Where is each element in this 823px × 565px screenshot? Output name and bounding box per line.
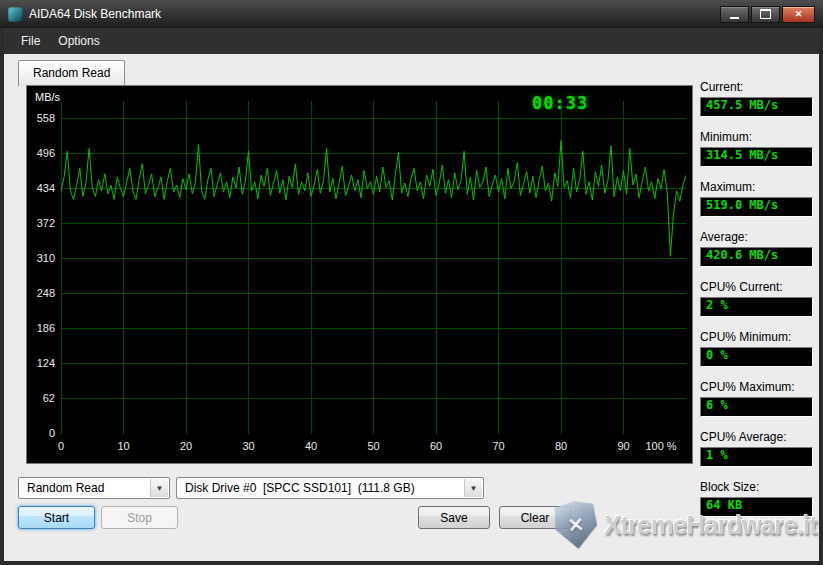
y-tick-label: 372	[27, 217, 55, 229]
x-tick-label: 0	[39, 440, 83, 452]
x-tick-label: 70	[477, 440, 521, 452]
start-button[interactable]: Start	[18, 506, 95, 529]
stat-cpu-maximum-label: CPU% Maximum:	[700, 380, 813, 394]
test-type-select[interactable]: Random Read ▼	[18, 477, 170, 499]
stat-cpu-current: CPU% Current:2 %	[700, 280, 813, 317]
stat-minimum-label: Minimum:	[700, 130, 813, 144]
chevron-down-icon: ▼	[150, 479, 168, 497]
close-button[interactable]: ✕	[782, 6, 815, 23]
y-tick-label: 434	[27, 182, 55, 194]
minimize-button[interactable]	[720, 6, 749, 23]
chevron-down-icon: ▼	[464, 479, 482, 497]
close-icon: ✕	[795, 10, 803, 19]
stat-cpu-average-label: CPU% Average:	[700, 430, 813, 444]
y-tick-label: 558	[27, 112, 55, 124]
stat-block-size-label: Block Size:	[700, 480, 813, 494]
minimize-icon	[730, 17, 739, 19]
x-tick-label: 80	[539, 440, 583, 452]
aida64-app-icon	[8, 7, 23, 22]
x-tick-label: 20	[164, 440, 208, 452]
stat-current-value: 457.5 MB/s	[700, 97, 813, 117]
drive-select[interactable]: Disk Drive #0 [SPCC SSD101] (111.8 GB) ▼	[176, 477, 484, 499]
app-window: AIDA64 Disk Benchmark ✕ File Options Ran…	[0, 0, 823, 565]
maximize-icon	[760, 9, 771, 19]
y-tick-label: 248	[27, 287, 55, 299]
x-tick-label: 40	[289, 440, 333, 452]
stat-minimum-value: 314.5 MB/s	[700, 147, 813, 167]
stat-block-size-value: 64 KB	[700, 497, 813, 517]
stat-cpu-minimum-label: CPU% Minimum:	[700, 330, 813, 344]
x-tick-label: 100 %	[639, 440, 683, 452]
x-tick-label: 50	[352, 440, 396, 452]
stat-cpu-minimum-value: 0 %	[700, 347, 813, 367]
stat-maximum: Maximum:519.0 MB/s	[700, 180, 813, 217]
tab-random-read[interactable]: Random Read	[18, 60, 125, 86]
benchmark-line-plot	[61, 101, 686, 434]
stat-average-value: 420.6 MB/s	[700, 247, 813, 267]
stat-cpu-current-value: 2 %	[700, 297, 813, 317]
client-area: Random Read MB/s 00:33 55849643437231024…	[4, 54, 819, 561]
y-tick-label: 496	[27, 147, 55, 159]
stat-cpu-current-label: CPU% Current:	[700, 280, 813, 294]
maximize-button[interactable]	[751, 6, 780, 23]
x-tick-label: 10	[102, 440, 146, 452]
y-tick-label: 310	[27, 252, 55, 264]
stat-maximum-value: 519.0 MB/s	[700, 197, 813, 217]
stat-current-label: Current:	[700, 80, 813, 94]
menu-options[interactable]: Options	[49, 31, 108, 51]
stat-cpu-average: CPU% Average:1 %	[700, 430, 813, 467]
titlebar[interactable]: AIDA64 Disk Benchmark ✕	[0, 0, 823, 28]
y-tick-label: 0	[27, 427, 55, 439]
stat-average-label: Average:	[700, 230, 813, 244]
stat-maximum-label: Maximum:	[700, 180, 813, 194]
y-axis-unit-label: MB/s	[35, 91, 60, 103]
stat-cpu-maximum-value: 6 %	[700, 397, 813, 417]
stat-minimum: Minimum:314.5 MB/s	[700, 130, 813, 167]
clear-button[interactable]: Clear	[499, 506, 571, 529]
stat-block-size: Block Size:64 KB	[700, 480, 813, 517]
stop-button[interactable]: Stop	[101, 506, 178, 529]
benchmark-chart: MB/s 00:33 558496434372310248186124620 0…	[26, 85, 693, 464]
stat-cpu-average-value: 1 %	[700, 447, 813, 467]
window-controls: ✕	[720, 6, 815, 23]
menu-file[interactable]: File	[12, 31, 49, 51]
test-type-selected-value: Random Read	[27, 478, 149, 498]
drive-selected-value: Disk Drive #0 [SPCC SSD101] (111.8 GB)	[185, 478, 463, 498]
y-tick-label: 62	[27, 392, 55, 404]
window-title: AIDA64 Disk Benchmark	[29, 7, 720, 21]
stat-cpu-maximum: CPU% Maximum:6 %	[700, 380, 813, 417]
y-tick-label: 186	[27, 322, 55, 334]
stat-current: Current:457.5 MB/s	[700, 80, 813, 117]
save-button[interactable]: Save	[418, 506, 490, 529]
y-tick-label: 124	[27, 357, 55, 369]
stat-average: Average:420.6 MB/s	[700, 230, 813, 267]
x-tick-label: 30	[227, 440, 271, 452]
stat-cpu-minimum: CPU% Minimum:0 %	[700, 330, 813, 367]
stats-panel: Current:457.5 MB/sMinimum:314.5 MB/sMaxi…	[700, 80, 813, 530]
menubar: File Options	[4, 28, 819, 54]
x-tick-label: 60	[414, 440, 458, 452]
